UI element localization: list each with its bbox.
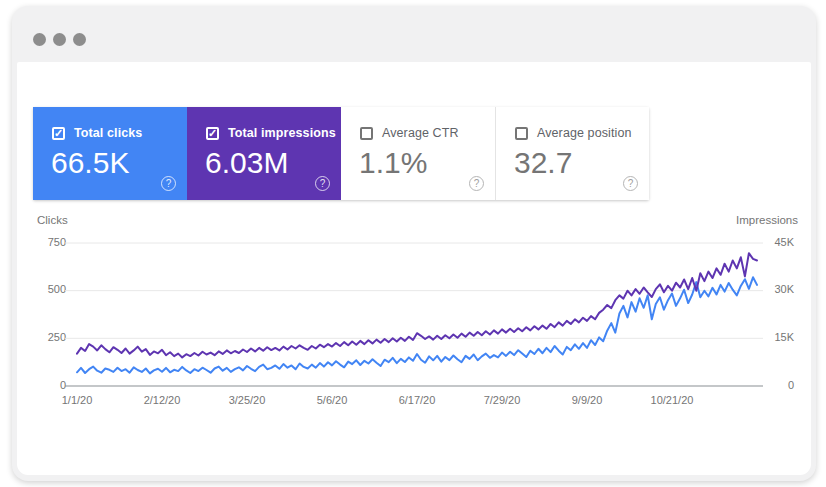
window-controls [33,33,86,46]
window-dot-icon[interactable] [33,33,46,46]
window-dot-icon[interactable] [73,33,86,46]
chart-plot-svg[interactable] [17,62,811,475]
performance-chart: Clicks Impressions 750 500 250 0 45K 30K… [17,62,811,475]
browser-window: ✓ Total clicks 66.5K ? ✓ Total impressio… [12,6,816,481]
page-content: ✓ Total clicks 66.5K ? ✓ Total impressio… [17,62,811,475]
window-titlebar [12,6,816,62]
window-dot-icon[interactable] [53,33,66,46]
